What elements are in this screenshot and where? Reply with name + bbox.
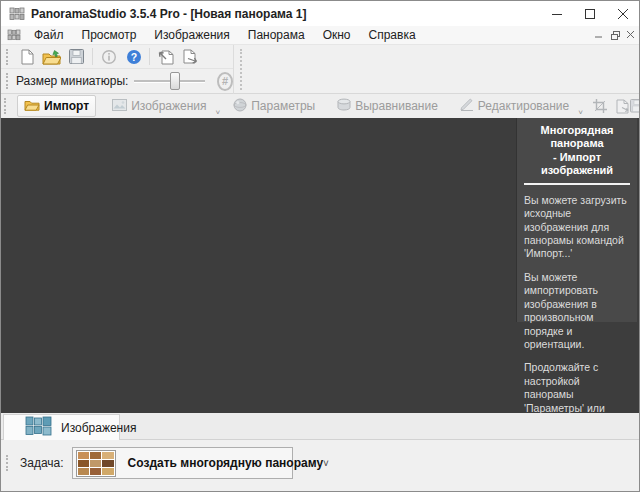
thumbnail-number-button[interactable]: # — [217, 72, 233, 91]
pen-icon — [460, 98, 474, 114]
tab-images[interactable]: Изображения — [3, 414, 120, 440]
step-editing[interactable]: Редактирование — [454, 96, 575, 116]
app-window: PanoramaStudio 3.5.4 Pro - [Новая панора… — [0, 0, 640, 492]
cylinder-icon — [337, 98, 351, 114]
menu-file[interactable]: Файл — [25, 27, 73, 43]
thumbnail-size-label: Размер миниатюры: — [16, 74, 128, 88]
svg-text:?: ? — [130, 50, 136, 62]
step-import-label: Импорт — [44, 99, 89, 113]
task-dropdown[interactable]: Создать многорядную панораму ˅ — [72, 447, 293, 479]
close-button[interactable] — [606, 1, 639, 26]
step-images-label: Изображения — [131, 99, 206, 113]
menu-view[interactable]: Просмотр — [73, 27, 146, 43]
export-panorama-button[interactable] — [615, 96, 630, 117]
toolbar-separator — [149, 48, 150, 65]
mdi-restore-button[interactable] — [607, 31, 623, 40]
info-button[interactable] — [96, 46, 121, 68]
toolbar-grip[interactable] — [4, 98, 6, 114]
crop-button[interactable] — [593, 96, 607, 117]
chevron-down-icon: ˅ — [323, 458, 329, 469]
menu-bar: Файл Просмотр Изображения Панорама Окно … — [1, 26, 639, 45]
image-icon — [112, 99, 127, 114]
tab-images-label: Изображения — [61, 421, 136, 435]
title-bar: PanoramaStudio 3.5.4 Pro - [Новая панора… — [1, 1, 639, 26]
task-label: Задача: — [20, 456, 64, 470]
chevron-down-icon[interactable]: ˅ — [578, 108, 583, 117]
minimize-button[interactable] — [540, 1, 573, 26]
help-panel-divider — [524, 183, 630, 185]
export-images-button[interactable] — [178, 46, 203, 68]
help-panel-title: Многорядная панорама - Импорт изображени… — [524, 124, 630, 178]
folder-icon — [24, 98, 40, 114]
open-button[interactable] — [39, 46, 64, 68]
step-import[interactable]: Импорт — [17, 95, 96, 117]
help-panel: Многорядная панорама - Импорт изображени… — [516, 118, 637, 322]
menu-panorama[interactable]: Панорама — [239, 27, 314, 43]
maximize-button[interactable] — [573, 1, 606, 26]
step-alignment[interactable]: Выравнивание — [331, 96, 444, 116]
thumbnail-toolbar: Размер миниатюры: # — [1, 69, 233, 93]
toolbar-grip[interactable] — [6, 455, 8, 471]
task-selected-value: Создать многорядную панораму — [128, 456, 324, 470]
step-images[interactable]: Изображения — [106, 97, 212, 116]
mdi-minimize-button[interactable] — [591, 31, 607, 39]
step-editing-label: Редактирование — [478, 99, 569, 113]
sphere-icon — [233, 98, 247, 115]
bottom-tab-strip: Изображения — [1, 413, 639, 440]
step-alignment-label: Выравнивание — [355, 99, 438, 113]
menu-images[interactable]: Изображения — [145, 27, 238, 43]
help-paragraph: Вы можете импортировать изображения в пр… — [524, 271, 630, 352]
main-toolbar: ? — [1, 45, 233, 69]
help-button[interactable]: ? — [121, 46, 146, 68]
mdi-close-button[interactable] — [623, 31, 639, 39]
app-icon — [9, 7, 25, 21]
step-parameters[interactable]: Параметры — [227, 96, 321, 117]
chevron-down-icon[interactable]: ˅ — [216, 108, 221, 117]
menu-help[interactable]: Справка — [360, 27, 425, 43]
import-images-button[interactable] — [153, 46, 178, 68]
thumbnail-size-slider[interactable] — [134, 71, 205, 91]
menu-window[interactable]: Окно — [314, 27, 360, 43]
save-button[interactable] — [64, 46, 89, 68]
thumbnails-icon — [25, 416, 52, 439]
dock-grip[interactable] — [240, 49, 242, 90]
save-panorama-button[interactable] — [630, 96, 640, 117]
help-paragraph: Вы можете загрузить исходные изображения… — [524, 194, 630, 261]
toolbar-grip[interactable] — [6, 73, 8, 89]
new-project-button[interactable] — [14, 46, 39, 68]
toolbar-separator — [92, 48, 93, 65]
task-bar: Задача: Создать многорядную панораму ˅ — [1, 440, 639, 491]
panorama-thumbnail-icon — [76, 450, 116, 477]
toolbar-area: ? Размер миниатюры: # — [1, 45, 639, 94]
toolbar-grip[interactable] — [6, 49, 8, 65]
toolbar-island: ? Размер миниатюры: # — [1, 45, 234, 94]
document-icon[interactable] — [7, 29, 21, 41]
window-title: PanoramaStudio 3.5.4 Pro - [Новая панора… — [31, 7, 307, 21]
step-parameters-label: Параметры — [251, 99, 315, 113]
workflow-step-bar: Импорт Изображения ˅ Параметры Выравнива… — [1, 94, 639, 118]
slider-handle[interactable] — [170, 72, 180, 90]
